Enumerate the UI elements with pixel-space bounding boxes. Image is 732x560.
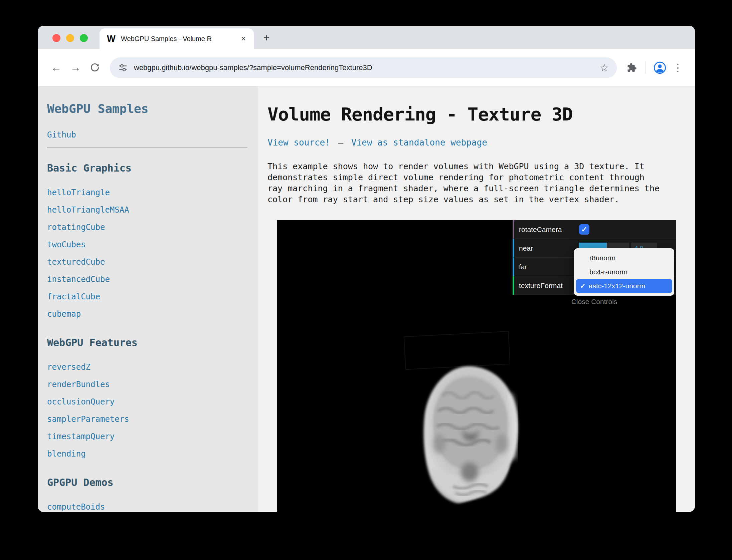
- section-header-gpgpu-demos: GPGPU Demos: [47, 477, 258, 488]
- sidebar-link-github[interactable]: Github: [47, 130, 76, 139]
- profile-avatar-icon[interactable]: [650, 58, 670, 77]
- page-title: Volume Rendering - Texture 3D: [267, 104, 695, 125]
- dropdown-option-astc-12x12-unorm[interactable]: ✓ astc-12x12-unorm: [576, 279, 672, 293]
- source-links: View source! — View as standalone webpag…: [267, 137, 695, 148]
- desktop-background: W WebGPU Samples - Volume R × + ← →: [0, 0, 732, 560]
- gui-row-rotateCamera: rotateCamera ✓: [513, 220, 676, 239]
- gui-label-far: far: [519, 263, 579, 271]
- site-settings-icon[interactable]: [118, 63, 128, 73]
- description-line: color from ray start and step size value…: [267, 194, 695, 205]
- back-icon[interactable]: ←: [46, 58, 66, 77]
- standalone-link[interactable]: View as standalone webpage: [351, 137, 487, 148]
- sidebar-divider: [47, 148, 247, 148]
- sidebar-title: WebGPU Samples: [47, 102, 258, 115]
- render-canvas[interactable]: rotateCamera ✓ near 4.0: [277, 220, 676, 512]
- description-line: demonstrates simple direct volume render…: [267, 172, 695, 183]
- gui-label-textureFormat: textureFormat: [519, 282, 579, 290]
- description-line: This example shows how to render volumes…: [267, 161, 695, 172]
- sidebar-item-blending[interactable]: blending: [47, 445, 258, 463]
- tab-close-icon[interactable]: ×: [240, 34, 247, 43]
- sidebar-item-twoCubes[interactable]: twoCubes: [47, 236, 258, 253]
- link-separator: —: [338, 137, 344, 148]
- webgpu-favicon-icon: W: [106, 34, 116, 44]
- selected-check-icon: ✓: [580, 282, 586, 290]
- close-window-button[interactable]: [52, 34, 60, 42]
- gui-label-near: near: [519, 244, 579, 252]
- sidebar-item-reversedZ[interactable]: reversedZ: [47, 358, 258, 376]
- browser-tab[interactable]: W WebGPU Samples - Volume R ×: [100, 28, 254, 49]
- dropdown-option-r8unorm[interactable]: r8unorm: [576, 251, 672, 265]
- tab-title: WebGPU Samples - Volume R: [121, 35, 235, 43]
- sidebar-item-helloTriangle[interactable]: helloTriangle: [47, 184, 258, 201]
- sidebar-item-fractalCube[interactable]: fractalCube: [47, 288, 258, 305]
- sidebar-item-computeBoids[interactable]: computeBoids: [47, 498, 258, 512]
- zoom-window-button[interactable]: [80, 34, 88, 42]
- dropdown-option-label: astc-12x12-unorm: [589, 282, 645, 290]
- gui-label-rotateCamera: rotateCamera: [519, 226, 579, 234]
- rotate-camera-checkbox[interactable]: ✓: [579, 224, 589, 235]
- browser-menu-icon[interactable]: ⋮: [670, 62, 686, 73]
- description-line: ray marching in a fragment shader, where…: [267, 183, 695, 194]
- sidebar-item-timestampQuery[interactable]: timestampQuery: [47, 428, 258, 445]
- new-tab-button[interactable]: +: [259, 30, 274, 45]
- extensions-icon[interactable]: [622, 58, 642, 77]
- browser-window: W WebGPU Samples - Volume R × + ← →: [38, 26, 695, 512]
- window-controls: [52, 34, 88, 42]
- toolbar-divider: [646, 61, 646, 74]
- sidebar-item-instancedCube[interactable]: instancedCube: [47, 271, 258, 288]
- tab-strip: W WebGPU Samples - Volume R × +: [38, 26, 695, 49]
- page-content: WebGPU Samples Github Basic Graphics hel…: [38, 86, 695, 512]
- dropdown-option-bc4-r-unorm[interactable]: bc4-r-unorm: [576, 265, 672, 279]
- close-controls-button[interactable]: Close Controls: [513, 295, 676, 306]
- sidebar-item-helloTriangleMSAA[interactable]: helloTriangleMSAA: [47, 201, 258, 219]
- bookmark-star-icon[interactable]: ☆: [600, 62, 609, 73]
- sidebar-item-occlusionQuery[interactable]: occlusionQuery: [47, 393, 258, 410]
- browser-toolbar: ← → webgpu.github.io/webgpu-samples/?sam…: [38, 49, 695, 86]
- volume-brain-render: [405, 363, 536, 507]
- sidebar-item-samplerParameters[interactable]: samplerParameters: [47, 410, 258, 428]
- sidebar-item-cubemap[interactable]: cubemap: [47, 305, 258, 323]
- texture-format-dropdown: r8unorm bc4-r-unorm ✓ astc-12x12-unorm: [574, 248, 674, 296]
- url-text[interactable]: webgpu.github.io/webgpu-samples/?sample=…: [134, 63, 594, 72]
- minimize-window-button[interactable]: [66, 34, 74, 42]
- section-header-basic-graphics: Basic Graphics: [47, 162, 258, 174]
- address-bar[interactable]: webgpu.github.io/webgpu-samples/?sample=…: [110, 57, 617, 78]
- samples-sidebar: WebGPU Samples Github Basic Graphics hel…: [38, 86, 258, 512]
- reload-icon[interactable]: [85, 58, 105, 77]
- section-header-webgpu-features: WebGPU Features: [47, 337, 258, 348]
- sidebar-item-renderBundles[interactable]: renderBundles: [47, 376, 258, 393]
- forward-icon[interactable]: →: [66, 58, 85, 77]
- sidebar-item-rotatingCube[interactable]: rotatingCube: [47, 219, 258, 236]
- sidebar-item-texturedCube[interactable]: texturedCube: [47, 253, 258, 271]
- sample-main: Volume Rendering - Texture 3D View sourc…: [258, 86, 695, 512]
- sample-description: This example shows how to render volumes…: [267, 161, 695, 205]
- view-source-link[interactable]: View source!: [267, 137, 330, 148]
